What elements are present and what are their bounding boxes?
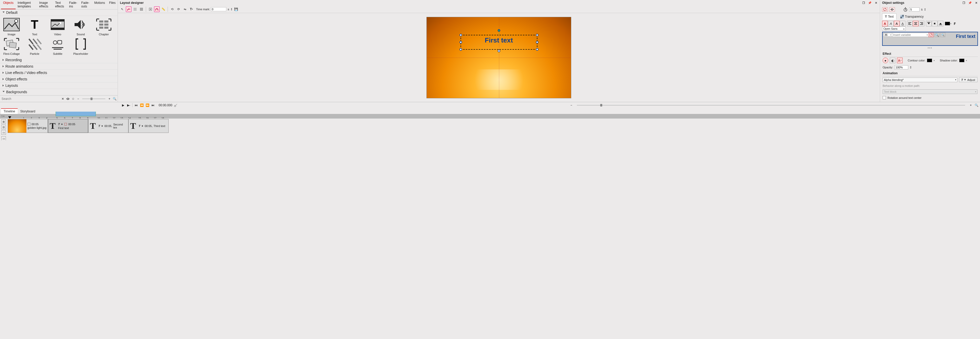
tab-fade-ins[interactable]: Fade-ins [67, 0, 79, 9]
tab-storyboard[interactable]: Storyboard [18, 108, 38, 114]
tab-intelligent-templates[interactable]: Intelligent templates [16, 0, 37, 9]
eye-icon[interactable] [66, 97, 70, 101]
pointer-tool-icon[interactable]: ↖ [119, 6, 125, 12]
next-frame-icon[interactable]: ⏩ [145, 103, 150, 107]
handle-w[interactable] [460, 41, 462, 44]
zoom-out-icon[interactable]: − [76, 97, 80, 101]
align-center-btn[interactable] [913, 21, 918, 26]
clip-text-3[interactable]: T T✦ 00:05, Third text [128, 119, 169, 133]
object-chapter[interactable]: Chapter [93, 17, 115, 36]
magnify-icon[interactable]: 🔍 [113, 97, 117, 101]
contour-dd[interactable]: ▾ [934, 59, 935, 62]
bold-btn[interactable]: A [894, 21, 899, 26]
clip-text-1[interactable]: T T✦ 00:05First text [48, 119, 88, 133]
fill-solid-btn[interactable]: ● [883, 58, 888, 63]
handle-se[interactable] [536, 48, 538, 51]
object-subtitle[interactable]: Subtitle [47, 37, 69, 55]
section-objfx[interactable]: Object effects [0, 76, 118, 82]
text-color-swatch[interactable] [945, 22, 950, 25]
object-particle[interactable]: Particle [24, 37, 46, 55]
cut-icon[interactable]: ✂ [3, 115, 5, 117]
section-backgrounds[interactable]: Backgrounds [0, 89, 118, 95]
track-lane[interactable]: 00:05golden light.jpg T T✦ 00:05First te… [8, 119, 980, 133]
handle-ne[interactable] [536, 34, 538, 36]
section-route[interactable]: Route animations [0, 63, 118, 70]
duration-input[interactable] [909, 8, 920, 11]
tab-timeline[interactable]: Timeline [1, 108, 18, 114]
visibility-toggle[interactable] [889, 7, 895, 12]
rotate-right-icon[interactable]: ⟳ [176, 6, 181, 12]
play-icon[interactable]: ▶ [121, 103, 125, 107]
insert-variable[interactable] [892, 33, 929, 37]
clip-image[interactable]: 00:05golden light.jpg [8, 119, 48, 133]
object-flexi-collage[interactable]: Flexi-Collage [0, 37, 22, 55]
prev-frame-icon[interactable]: ⏪ [140, 103, 144, 107]
fill-gradient-btn[interactable]: ◐ [890, 58, 896, 63]
tab-image-effects[interactable]: Image effects [37, 0, 53, 9]
star-icon[interactable]: ☆ [71, 97, 75, 101]
selection-box[interactable] [461, 35, 538, 50]
save-icon[interactable]: 💾 [233, 6, 239, 12]
duration-spinner[interactable]: ▲▼ [924, 8, 926, 11]
tab-fade-outs[interactable]: Fade-outs [79, 0, 92, 9]
tab-text[interactable]: TText [882, 13, 896, 20]
text-style-icon[interactable]: T▾ [189, 6, 194, 12]
text-effect-btn[interactable]: A [897, 58, 903, 63]
time-mark-input[interactable] [211, 7, 226, 11]
track-lane-2[interactable] [8, 135, 980, 140]
play-from-icon[interactable]: ▶• [127, 103, 131, 107]
section-default[interactable]: Default [0, 10, 118, 16]
handle-rotate[interactable] [498, 29, 500, 32]
tab-transparency[interactable]: Transparency [897, 13, 926, 20]
object-video[interactable]: Video [47, 17, 69, 36]
window-pin-icon[interactable]: 📌 [868, 1, 872, 5]
tab-text-effects[interactable]: Text effects [53, 0, 67, 9]
window-restore-icon[interactable]: ❐ [862, 1, 865, 5]
tl-fit-icon[interactable]: 🔍 [974, 103, 978, 107]
section-live[interactable]: Live effects / Video effects [0, 70, 118, 76]
contour-color[interactable] [927, 59, 932, 62]
path-tool-icon[interactable] [154, 6, 160, 12]
os-restore-icon[interactable]: ❐ [962, 1, 966, 5]
tab-motions[interactable]: Motions [92, 0, 107, 9]
track-btn-4[interactable]: ▭ [1, 136, 6, 140]
valign-mid-btn[interactable] [932, 21, 937, 26]
rotate-left-icon[interactable]: ⟲ [169, 6, 175, 12]
snap-icon[interactable] [148, 6, 153, 12]
os-close-icon[interactable]: ✕ [974, 1, 978, 5]
tl-zoom-slider[interactable] [577, 105, 965, 106]
text-color-btn[interactable]: A [882, 21, 888, 26]
underline-btn[interactable]: A [900, 21, 905, 26]
italic-btn[interactable]: A [888, 21, 894, 26]
os-pin-icon[interactable]: 📌 [968, 1, 972, 5]
object-image[interactable]: Image [0, 17, 22, 36]
curve-tool-icon[interactable] [126, 6, 132, 12]
shadow-color[interactable] [959, 59, 964, 62]
tab-objects[interactable]: Objects [1, 0, 16, 9]
align-left-btn[interactable] [907, 21, 913, 26]
object-placeholder[interactable]: Placeholder [70, 37, 92, 55]
align-right-btn[interactable] [919, 21, 924, 26]
section-layouts[interactable]: Layouts [0, 82, 118, 89]
valign-top-btn[interactable] [926, 21, 932, 26]
clear-search-icon[interactable]: ✕ [61, 97, 65, 101]
goto-start-icon[interactable]: ⏮ [134, 103, 138, 107]
zoom-in-icon[interactable]: + [107, 97, 111, 101]
animation-combo[interactable]: Alpha blending*▾ [883, 78, 958, 82]
rotation-checkbox[interactable] [883, 96, 886, 99]
selected-range[interactable] [56, 112, 96, 116]
ruler-icon[interactable]: 📏 [161, 6, 166, 12]
insert-image-btn[interactable] [929, 33, 934, 37]
object-text[interactable]: T Text [24, 17, 46, 36]
marker-icon[interactable] [174, 103, 178, 107]
track-btn-3[interactable]: ▭ [1, 130, 6, 135]
zoom-slider[interactable] [82, 98, 105, 99]
adjust-button[interactable]: T✦ Adjust [959, 77, 977, 82]
hgrid-icon[interactable] [132, 6, 138, 12]
zoom-in-text-btn[interactable]: 🔍 [934, 33, 940, 37]
section-recording[interactable]: Recording [0, 57, 118, 63]
grid-icon[interactable] [138, 6, 144, 12]
zoom-out-text-btn[interactable]: 🔍 [940, 33, 945, 37]
flip-icon[interactable]: ⇋ [182, 6, 188, 12]
font-size-input[interactable] [883, 33, 893, 36]
